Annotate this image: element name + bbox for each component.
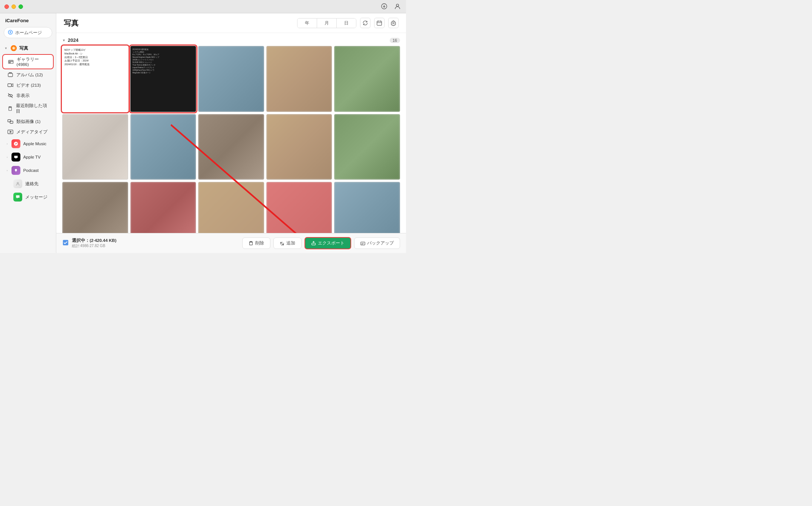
chevron-right-icon-podcast: ›: [7, 169, 8, 172]
selection-sub: 総計:4986·27.82 GB: [72, 243, 116, 249]
contacts-icon: [13, 179, 22, 188]
svg-point-2: [396, 4, 399, 6]
sidebar-item-contacts[interactable]: 連絡先: [1, 177, 54, 190]
svg-rect-14: [9, 107, 11, 110]
photo-placeholder-14: [266, 182, 332, 233]
delete-icon: [249, 241, 253, 246]
settings-button[interactable]: [388, 18, 399, 28]
photo-cell-4[interactable]: [266, 46, 332, 112]
photo-cell-9[interactable]: [266, 114, 332, 180]
album-label: アルバム (12): [16, 72, 43, 78]
sidebar-item-album[interactable]: アルバム (12): [2, 70, 54, 80]
calendar-button[interactable]: [374, 18, 385, 28]
sidebar-item-photos-parent[interactable]: ▼ 写真: [1, 43, 54, 53]
photo-placeholder-5: [334, 46, 400, 112]
app-title: iCareFone: [0, 18, 56, 27]
traffic-lights: [4, 4, 23, 9]
apple-tv-label: Apple TV: [23, 155, 41, 159]
photo-placeholder-3: [198, 46, 264, 112]
delete-button[interactable]: 削除: [242, 237, 270, 249]
home-button[interactable]: ホームページ: [4, 27, 52, 38]
svg-rect-28: [249, 242, 252, 245]
photo-placeholder-4: [266, 46, 332, 112]
photo-placeholder-13: [198, 182, 264, 233]
sidebar-item-gallery[interactable]: ギャラリー(4986): [2, 54, 54, 69]
mediatype-icon: [7, 129, 13, 135]
photo-placeholder-11: [62, 182, 128, 233]
user-icon[interactable]: [394, 3, 402, 10]
photo-grid: M2チップ搭載13イMacBook Air - シ出荷日：3～5営業日お届け予定…: [62, 46, 400, 233]
photo-cell-10[interactable]: [334, 114, 400, 180]
maximize-button[interactable]: [19, 4, 23, 9]
svg-rect-32: [361, 242, 365, 245]
gear-icon: [390, 20, 396, 26]
year-header: ▼ 2024 16: [62, 37, 400, 43]
photo-cell-13[interactable]: [198, 182, 264, 233]
sidebar-item-video[interactable]: ビデオ (213): [2, 80, 54, 90]
refresh-button[interactable]: [360, 18, 370, 28]
similar-icon: [7, 119, 13, 124]
svg-rect-10: [9, 62, 11, 63]
photo-text-1: M2チップ搭載13イMacBook Air - シ出荷日：3～5営業日お届け予定…: [62, 46, 128, 112]
year-label: ▼ 2024: [62, 37, 79, 43]
sidebar-item-podcast[interactable]: › Podcast: [1, 164, 54, 177]
photo-cell-7[interactable]: [130, 114, 196, 180]
podcast-icon: [11, 166, 20, 175]
minimize-button[interactable]: [11, 4, 16, 9]
svg-rect-15: [8, 120, 11, 122]
photos-label: 写真: [19, 45, 28, 51]
sidebar-item-apple-music[interactable]: › Apple Music: [1, 137, 54, 150]
year-count: 16: [390, 38, 400, 43]
year-text: 2024: [68, 37, 79, 43]
svg-rect-9: [11, 61, 13, 62]
mediatype-label: メディアタイプ: [16, 129, 47, 135]
hidden-icon: [7, 93, 13, 99]
title-bar-right: [381, 3, 402, 10]
photo-cell-14[interactable]: [266, 182, 332, 233]
photo-cell-1[interactable]: M2チップ搭載13イMacBook Air - シ出荷日：3～5営業日お届け予定…: [62, 46, 128, 112]
add-icon: [280, 241, 284, 246]
hidden-label: 非表示: [16, 93, 30, 99]
photo-placeholder-10: [334, 114, 400, 180]
tab-month[interactable]: 月: [317, 19, 337, 28]
download-icon[interactable]: [381, 3, 388, 10]
photo-placeholder-12: [130, 182, 196, 233]
photo-dark-2: 2024/01/6 通常配送システム構成：8コアCPU、8コアGPU、16コアN…: [130, 46, 196, 112]
contacts-label: 連絡先: [25, 181, 39, 187]
photo-cell-6[interactable]: [62, 114, 128, 180]
page-title: 写真: [64, 18, 79, 28]
close-button[interactable]: [4, 4, 9, 9]
photos-icon: [10, 45, 17, 51]
tab-year[interactable]: 年: [297, 19, 317, 28]
backup-button[interactable]: バックアップ: [354, 237, 400, 249]
photo-cell-5[interactable]: [334, 46, 400, 112]
selection-info: 選択中：(2·420.44 KB) 総計:4986·27.82 GB: [62, 238, 116, 249]
gallery-icon: [8, 59, 14, 65]
home-icon: [8, 30, 13, 36]
trash-icon: [7, 106, 13, 111]
add-label: 追加: [286, 240, 295, 246]
sidebar-item-mediatype[interactable]: メディアタイプ: [2, 127, 54, 137]
svg-rect-8: [9, 61, 11, 62]
photo-cell-11[interactable]: [62, 182, 128, 233]
sidebar-item-messages[interactable]: メッセージ: [1, 191, 54, 203]
sidebar-item-recently-deleted[interactable]: 最近削除した項目: [2, 101, 54, 116]
photo-cell-2[interactable]: 2024/01/6 通常配送システム構成：8コアCPU、8コアGPU、16コアN…: [130, 46, 196, 112]
album-icon: [7, 72, 13, 78]
add-button[interactable]: 追加: [273, 237, 302, 249]
sidebar-item-hidden[interactable]: 非表示: [2, 91, 54, 100]
sidebar-item-similar[interactable]: 類似画像 (1): [2, 117, 54, 126]
apple-music-icon: [11, 139, 20, 148]
photo-cell-15[interactable]: [334, 182, 400, 233]
tab-day[interactable]: 日: [337, 19, 356, 28]
sidebar-item-apple-tv[interactable]: › Apple TV: [1, 151, 54, 163]
photo-cell-8[interactable]: [198, 114, 264, 180]
photo-area[interactable]: ▼ 2024 16: [56, 33, 406, 233]
title-bar: [0, 0, 406, 13]
export-button[interactable]: エクスポート: [304, 237, 351, 249]
similar-label: 類似画像 (1): [16, 119, 40, 124]
photo-cell-3[interactable]: [198, 46, 264, 112]
svg-rect-12: [8, 84, 11, 87]
photo-placeholder-9: [266, 114, 332, 180]
photo-cell-12[interactable]: [130, 182, 196, 233]
